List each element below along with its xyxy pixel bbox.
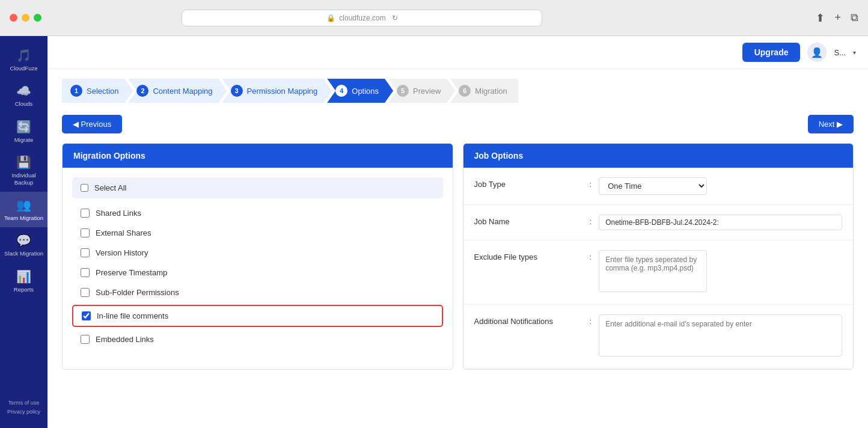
- step-migration[interactable]: 6 Migration: [450, 79, 518, 103]
- step-selection[interactable]: 1 Selection: [62, 79, 133, 103]
- select-all-label[interactable]: Select All: [94, 183, 126, 192]
- address-bar[interactable]: 🔒 cloudfuze.com ↻: [182, 10, 542, 26]
- option-embedded-links[interactable]: Embedded Links: [72, 329, 443, 349]
- url-text: cloudfuze.com: [339, 14, 385, 22]
- additional-notifications-row: Additional Notifications :: [463, 305, 854, 369]
- maximize-button[interactable]: [34, 14, 41, 22]
- user-name: S...: [834, 48, 846, 57]
- chevron-down-icon[interactable]: ▾: [853, 49, 856, 56]
- sidebar-item-clouds[interactable]: ☁️ Clouds: [0, 78, 47, 113]
- migrate-icon: 🔄: [16, 120, 31, 134]
- job-type-colon: :: [590, 177, 592, 189]
- sidebar-item-slack-migration[interactable]: 💬 Slack Migration: [0, 227, 47, 263]
- upgrade-button[interactable]: Upgrade: [742, 43, 801, 62]
- exclude-file-types-label: Exclude File types: [474, 250, 582, 261]
- job-type-row: Job Type : One Time Scheduled: [463, 168, 854, 205]
- preserve-timestamp-label[interactable]: Preserve Timestamp: [96, 268, 167, 277]
- user-icon: 👤: [811, 47, 823, 58]
- job-name-control: [599, 215, 842, 230]
- select-all-row[interactable]: Select All: [72, 177, 443, 198]
- sidebar: 🎵 CloudFuze ☁️ Clouds 🔄 Migrate 💾 Indivi…: [0, 36, 47, 428]
- inline-file-comments-checkbox[interactable]: [82, 311, 91, 320]
- shared-links-checkbox[interactable]: [81, 209, 90, 218]
- option-version-history[interactable]: Version History: [72, 243, 443, 263]
- privacy-policy-link[interactable]: Privacy policy: [7, 408, 40, 416]
- exclude-file-types-row: Exclude File types :: [463, 240, 854, 305]
- job-name-label: Job Name: [474, 215, 582, 226]
- sidebar-footer[interactable]: Terms of use Privacy policy: [5, 393, 43, 422]
- minimize-button[interactable]: [22, 14, 29, 22]
- browser-actions: ⬆ + ⧉: [816, 11, 858, 25]
- sidebar-label-individual-backup: Individual Backup: [2, 172, 45, 186]
- sidebar-label-team-migration: Team Migration: [4, 215, 43, 221]
- preserve-timestamp-checkbox[interactable]: [81, 268, 90, 277]
- option-preserve-timestamp[interactable]: Preserve Timestamp: [72, 263, 443, 283]
- step-label-permission-mapping: Permission Mapping: [247, 87, 318, 96]
- select-all-checkbox[interactable]: [81, 184, 88, 192]
- version-history-checkbox[interactable]: [81, 248, 90, 257]
- additional-notifications-label: Additional Notifications: [474, 314, 582, 326]
- option-sub-folder-permissions[interactable]: Sub-Folder Permissions: [72, 283, 443, 302]
- windows-icon[interactable]: ⧉: [851, 11, 858, 25]
- app-wrapper: 🎵 CloudFuze ☁️ Clouds 🔄 Migrate 💾 Indivi…: [0, 36, 868, 428]
- option-shared-links[interactable]: Shared Links: [72, 203, 443, 223]
- job-type-label: Job Type: [474, 177, 582, 189]
- embedded-links-label[interactable]: Embedded Links: [96, 335, 154, 344]
- additional-notifications-colon: :: [590, 314, 592, 326]
- job-type-select[interactable]: One Time Scheduled: [599, 177, 707, 195]
- job-options-panel: Job Options Job Type : One Time Schedule…: [463, 143, 854, 370]
- inline-file-comments-label[interactable]: In-line file comments: [97, 311, 168, 320]
- version-history-label[interactable]: Version History: [96, 248, 148, 257]
- exclude-file-types-textarea[interactable]: [599, 250, 707, 292]
- step-preview[interactable]: 5 Preview: [388, 79, 455, 103]
- sidebar-label-reports: Reports: [14, 286, 34, 293]
- next-button[interactable]: Next ▶: [808, 115, 854, 133]
- step-num-3: 3: [231, 85, 243, 97]
- reload-icon[interactable]: ↻: [392, 14, 398, 22]
- additional-notifications-control: [599, 314, 842, 359]
- share-icon[interactable]: ⬆: [816, 11, 825, 25]
- shared-links-label[interactable]: Shared Links: [96, 209, 141, 218]
- sidebar-item-individual-backup[interactable]: 💾 Individual Backup: [0, 149, 47, 192]
- page-content: 1 Selection 2 Content Mapping 3 Permissi…: [47, 69, 868, 428]
- option-inline-file-comments[interactable]: In-line file comments: [72, 305, 443, 327]
- external-shares-checkbox[interactable]: [81, 228, 90, 237]
- option-external-shares[interactable]: External Shares: [72, 223, 443, 243]
- new-tab-icon[interactable]: +: [834, 11, 841, 25]
- migration-options-header: Migration Options: [63, 144, 453, 168]
- external-shares-label[interactable]: External Shares: [96, 228, 151, 237]
- step-num-6: 6: [459, 85, 471, 97]
- sidebar-label-slack-migration: Slack Migration: [4, 250, 43, 257]
- step-num-5: 5: [397, 85, 409, 97]
- job-name-row: Job Name :: [463, 205, 854, 240]
- sidebar-label-cloudfuze: CloudFuze: [10, 65, 38, 72]
- exclude-file-types-colon: :: [590, 250, 592, 261]
- job-options-header: Job Options: [463, 144, 854, 168]
- step-content-mapping[interactable]: 2 Content Mapping: [128, 79, 227, 103]
- step-num-1: 1: [70, 85, 82, 97]
- close-button[interactable]: [10, 14, 17, 22]
- additional-notifications-textarea[interactable]: [599, 314, 842, 356]
- sub-folder-permissions-label[interactable]: Sub-Folder Permissions: [96, 288, 179, 297]
- step-label-selection: Selection: [87, 87, 118, 96]
- terms-of-use-link[interactable]: Terms of use: [7, 399, 40, 407]
- reports-icon: 📊: [16, 269, 31, 284]
- sidebar-item-reports[interactable]: 📊 Reports: [0, 263, 47, 299]
- individual-backup-icon: 💾: [16, 155, 31, 170]
- step-options[interactable]: 4 Options: [327, 79, 393, 103]
- step-num-4: 4: [335, 85, 347, 97]
- sidebar-label-clouds: Clouds: [15, 100, 33, 107]
- step-permission-mapping[interactable]: 3 Permission Mapping: [222, 79, 332, 103]
- nav-buttons: ◀ Previous Next ▶: [62, 115, 854, 133]
- sidebar-item-migrate[interactable]: 🔄 Migrate: [0, 114, 47, 149]
- sub-folder-permissions-checkbox[interactable]: [81, 288, 90, 297]
- step-label-options: Options: [352, 87, 379, 96]
- embedded-links-checkbox[interactable]: [81, 335, 90, 344]
- previous-button[interactable]: ◀ Previous: [62, 115, 122, 133]
- job-type-control: One Time Scheduled: [599, 177, 842, 195]
- main-content: Upgrade 👤 S... ▾ 1 Selection: [47, 36, 868, 428]
- job-name-input[interactable]: [599, 215, 842, 230]
- sidebar-item-team-migration[interactable]: 👥 Team Migration: [0, 192, 47, 227]
- job-name-colon: :: [590, 215, 592, 226]
- sidebar-item-cloudfuze[interactable]: 🎵 CloudFuze: [0, 42, 47, 78]
